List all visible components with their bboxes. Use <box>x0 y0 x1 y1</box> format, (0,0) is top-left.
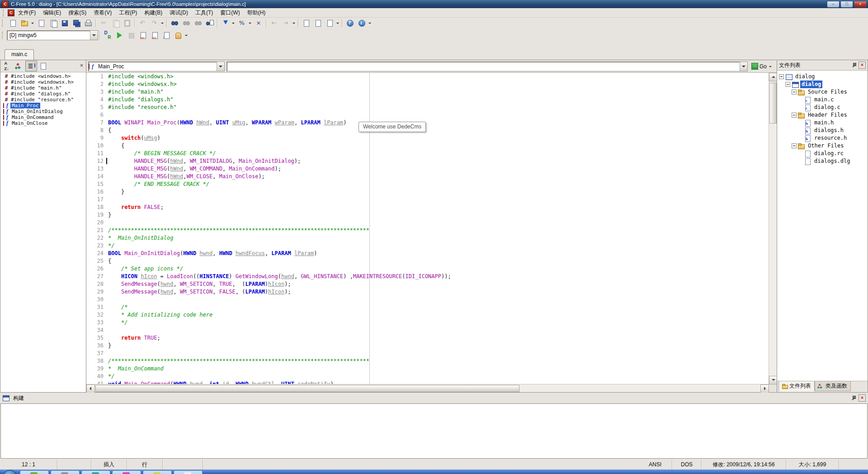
print-button[interactable] <box>82 18 94 28</box>
minimize-button[interactable]: – <box>827 1 840 8</box>
find-button[interactable] <box>169 18 180 28</box>
code-line[interactable]: 5#include "resource.h" <box>86 104 769 111</box>
file-tree-item[interactable]: hresource.h <box>777 134 868 142</box>
code-line[interactable]: 22* Main_OnInitDialog <box>86 234 769 242</box>
tree-collapse-icon[interactable] <box>792 113 797 118</box>
taskbar-app-button[interactable] <box>143 470 172 474</box>
close-file-button[interactable] <box>35 18 47 28</box>
taskbar-app-button[interactable] <box>174 470 203 474</box>
bookmark-dropdown-icon[interactable] <box>231 19 236 28</box>
tree-collapse-icon[interactable] <box>785 82 790 87</box>
symbols-panel-close-icon[interactable]: × <box>78 63 85 70</box>
navigate-forward-dropdown-icon[interactable] <box>292 19 297 28</box>
code-line[interactable]: 13 HANDLE_MSG(hWnd, WM_COMMAND, Main_OnC… <box>86 165 769 173</box>
code-line[interactable]: 35 return TRUE; <box>86 334 769 342</box>
symbol-item[interactable]: ##include "resource.h" <box>0 97 86 103</box>
run-button[interactable] <box>113 30 125 41</box>
menu-item-4[interactable]: 工程(P) <box>115 8 141 18</box>
save-button[interactable] <box>59 18 71 28</box>
go-button[interactable]: Go <box>750 62 775 71</box>
navigate-forward-button[interactable]: → <box>280 18 292 28</box>
code-line[interactable]: 14 HANDLE_MSG(hWnd,WM_CLOSE, Main_OnClos… <box>86 173 769 180</box>
symbol-item[interactable]: ##include <windowsx.h> <box>0 79 86 85</box>
copy-button[interactable] <box>109 18 121 28</box>
horizontal-scroll-thumb[interactable] <box>95 385 519 392</box>
file-tree-item[interactable]: cmain.c <box>777 96 868 104</box>
code-line[interactable]: 11 /* BEGIN MESSAGE CRACK */ <box>86 150 769 157</box>
menu-item-0[interactable]: 文件(F) <box>14 8 39 18</box>
stop-build-button[interactable] <box>172 30 184 41</box>
navigate-back-button[interactable]: ← <box>268 18 280 28</box>
symbol-item[interactable]: ##include "main.h" <box>0 85 86 91</box>
file-tree-item[interactable]: Other Files <box>777 142 868 150</box>
code-line[interactable]: 8{ <box>86 127 769 134</box>
vertical-scrollbar[interactable] <box>769 73 777 384</box>
code-line[interactable]: 18 return FALSE; <box>86 204 769 211</box>
code-line[interactable]: 24BOOL Main_OnInitDialog(HWND hwnd, HWND… <box>86 250 769 257</box>
paste-button[interactable] <box>121 18 133 28</box>
cancel-compile-dropdown-icon[interactable] <box>335 19 340 28</box>
toolbar-grip[interactable] <box>2 32 5 39</box>
scroll-right-icon[interactable] <box>760 384 769 393</box>
file-tree-item[interactable]: dialogs.dlg <box>777 157 868 165</box>
stop-build-dropdown-icon[interactable] <box>184 31 189 40</box>
compile-file-button[interactable]: 101 <box>137 30 149 41</box>
undo-button[interactable]: ↶ <box>137 18 148 28</box>
horizontal-scrollbar[interactable] <box>86 384 769 392</box>
symbol-item[interactable]: ##include "dialogs.h" <box>0 91 86 97</box>
menu-item-8[interactable]: 窗口(W) <box>217 8 243 18</box>
build-output-area[interactable] <box>0 403 868 459</box>
files-panel-close-icon[interactable]: × <box>859 62 866 69</box>
code-line[interactable]: 26 /* Set app icons */ <box>86 265 769 273</box>
symbol-item[interactable]: fMain_OnInitDialog <box>0 109 86 114</box>
goto-combo[interactable] <box>226 62 748 71</box>
code-line[interactable]: 40*/ <box>86 373 769 380</box>
pin-icon[interactable] <box>850 395 856 401</box>
clear-bookmarks-button[interactable]: × <box>253 18 264 28</box>
find-in-files-button[interactable] <box>204 18 216 28</box>
find-next-button[interactable] <box>180 18 192 28</box>
code-line[interactable]: 25{ <box>86 257 769 265</box>
new-file-button[interactable] <box>7 18 19 28</box>
file-tree-item[interactable]: hmain.h <box>777 119 868 127</box>
symbol-item[interactable]: ##include <windows.h> <box>0 73 86 79</box>
menu-item-7[interactable]: 工具(T) <box>192 8 217 18</box>
code-line[interactable]: 3#include "main.h" <box>86 88 769 96</box>
build-panel-close-icon[interactable]: × <box>859 394 866 402</box>
code-area[interactable]: 1#include <windows.h>2#include <windowsx… <box>86 73 769 384</box>
code-line[interactable]: 39* Main_OnCommand <box>86 365 769 373</box>
about-button[interactable] <box>356 18 368 28</box>
code-line[interactable]: 4#include "dialogs.h" <box>86 96 769 104</box>
panel-tab-file-list[interactable]: 文件列表 <box>778 381 815 392</box>
file-tree-item[interactable]: dialog <box>777 73 868 81</box>
build-button[interactable]: ↓ <box>160 30 172 41</box>
code-line[interactable]: 28 SendMessage(hwnd, WM_SETICON, TRUE, (… <box>86 280 769 288</box>
taskbar-app-button[interactable] <box>51 470 80 474</box>
toolbar-grip[interactable] <box>2 19 5 27</box>
start-button[interactable] <box>3 470 17 474</box>
rebuild-button[interactable]: 101 <box>149 30 160 41</box>
vertical-scroll-thumb[interactable] <box>769 83 777 123</box>
code-line[interactable]: 38/*************************************… <box>86 357 769 365</box>
code-line[interactable]: 37 <box>86 350 769 357</box>
menu-item-9[interactable]: 帮助(H) <box>244 8 269 18</box>
code-line[interactable]: 36} <box>86 342 769 350</box>
chevron-down-icon[interactable] <box>740 62 747 71</box>
about-dropdown-icon[interactable] <box>368 19 373 28</box>
menu-item-6[interactable]: 调试(D) <box>166 8 192 18</box>
menu-item-5[interactable]: 构建(B) <box>141 8 166 18</box>
symbol-item[interactable]: fMain_OnCommand <box>0 114 86 120</box>
code-line[interactable]: 20 <box>86 219 769 227</box>
code-line[interactable]: 30 <box>86 296 769 303</box>
code-line[interactable]: 10 { <box>86 142 769 150</box>
switch-debug-release-button[interactable] <box>102 30 113 41</box>
taskbar-app-button[interactable] <box>20 470 49 474</box>
code-line[interactable]: 34 <box>86 327 769 334</box>
cancel-compile-button[interactable] <box>324 18 335 28</box>
code-line[interactable]: 1#include <windows.h> <box>86 73 769 81</box>
code-line[interactable]: 21/*************************************… <box>86 227 769 234</box>
code-line[interactable]: 23*/ <box>86 242 769 250</box>
file-tree-item[interactable]: hdialogs.h <box>777 127 868 134</box>
replace-dropdown-icon[interactable] <box>248 19 253 28</box>
symbol-item[interactable]: fMain_Proc <box>0 103 86 109</box>
